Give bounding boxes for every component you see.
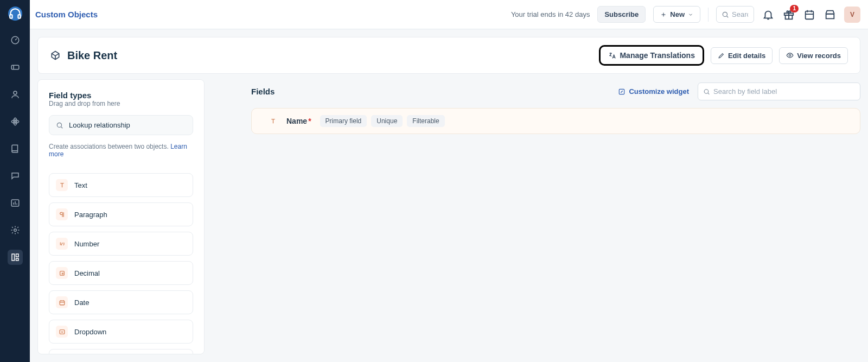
svg-point-13 <box>723 12 727 16</box>
notifications-icon[interactable] <box>762 8 775 21</box>
field-type-label: Number <box>74 240 99 248</box>
edit-details-button[interactable]: Edit details <box>711 47 773 64</box>
eye-icon <box>786 52 794 59</box>
gear-icon <box>10 225 20 235</box>
manage-translations-label: Manage Translations <box>620 51 694 60</box>
nav-dashboard[interactable] <box>8 33 23 48</box>
lookup-relationship-tile[interactable]: Lookup relationship <box>49 115 193 135</box>
svg-point-5 <box>14 121 16 123</box>
side-rail <box>0 0 30 362</box>
svg-rect-16 <box>806 11 814 19</box>
svg-rect-21 <box>60 329 65 334</box>
subscribe-button[interactable]: Subscribe <box>597 6 646 23</box>
nav-automation[interactable] <box>8 114 23 129</box>
primary-field-row[interactable]: Name* Primary fieldUniqueFilterable <box>251 108 860 134</box>
nav-contacts[interactable] <box>8 87 23 102</box>
search-icon <box>722 11 729 18</box>
svg-rect-3 <box>11 65 19 69</box>
main-column: Custom Objects Your trial ends in 42 day… <box>30 0 868 362</box>
field-tag: Filterable <box>407 115 444 127</box>
svg-rect-10 <box>12 254 15 261</box>
nav-reports[interactable] <box>8 195 23 211</box>
field-tag: Unique <box>371 115 403 127</box>
nav-knowledge[interactable] <box>8 141 23 156</box>
headphones-icon <box>8 7 22 21</box>
object-icon <box>50 50 61 61</box>
calendar-icon <box>803 9 815 21</box>
new-button-label: New <box>670 10 685 18</box>
manage-translations-button[interactable]: Manage Translations <box>599 45 704 66</box>
field-search-input[interactable] <box>698 82 860 100</box>
field-search[interactable] <box>698 82 860 100</box>
svg-point-18 <box>57 123 61 127</box>
page-title: Bike Rent <box>67 49 117 62</box>
gift-icon-button[interactable]: 1 <box>782 8 795 21</box>
new-button[interactable]: New <box>653 6 700 23</box>
ticket-icon <box>10 62 20 72</box>
field-types-heading: Field types <box>49 91 193 100</box>
customize-widget-label: Customize widget <box>629 87 689 96</box>
field-type-label: Dropdown <box>74 328 106 336</box>
customize-widget-link[interactable]: Customize widget <box>618 87 689 96</box>
field-types-panel: Field types Drag and drop from here Look… <box>37 79 205 354</box>
layout-icon <box>10 252 20 262</box>
svg-rect-11 <box>16 254 18 257</box>
view-records-label: View records <box>797 52 841 60</box>
field-type-list: TextParagraphNumberDecimalDateDropdownCh… <box>49 173 193 354</box>
page: Bike Rent Manage Translations Edit detai… <box>30 29 868 362</box>
page-header: Bike Rent Manage Translations Edit detai… <box>37 37 860 74</box>
nav-custom-objects[interactable] <box>8 250 23 265</box>
svg-point-17 <box>789 54 792 56</box>
chat-icon <box>10 171 20 181</box>
user-icon <box>10 90 20 99</box>
field-tag: Primary field <box>320 115 367 127</box>
field-type-paragraph[interactable]: Paragraph <box>49 202 193 226</box>
field-type-number[interactable]: Number <box>49 232 193 256</box>
bell-icon <box>762 9 774 21</box>
nav-tickets[interactable] <box>8 60 23 75</box>
store-icon <box>824 9 836 21</box>
nav-chat[interactable] <box>8 168 23 183</box>
search-icon <box>703 88 710 95</box>
topbar: Custom Objects Your trial ends in 42 day… <box>30 0 868 29</box>
trial-message: Your trial ends in 42 days <box>511 10 590 18</box>
breadcrumb[interactable]: Custom Objects <box>35 10 98 19</box>
svg-rect-0 <box>10 15 12 18</box>
calendar-icon-button[interactable] <box>803 8 816 21</box>
fields-heading: Fields <box>251 87 275 96</box>
text-icon <box>268 116 278 126</box>
svg-point-4 <box>14 91 17 94</box>
field-type-label: Decimal <box>74 269 100 277</box>
primary-field-name: Name <box>286 117 307 125</box>
global-search[interactable] <box>716 6 754 23</box>
decimal-icon <box>56 267 68 279</box>
avatar[interactable]: V <box>844 7 860 23</box>
primary-field-tags: Primary fieldUniqueFilterable <box>320 115 445 127</box>
required-star: * <box>308 117 311 125</box>
field-type-label: Paragraph <box>74 211 107 219</box>
text-icon <box>56 179 68 191</box>
marketplace-icon-button[interactable] <box>824 8 837 21</box>
lookup-label: Lookup relationship <box>69 121 130 129</box>
lookup-hint: Create associations between two objects.… <box>49 143 193 158</box>
plus-icon <box>660 11 667 18</box>
atom-icon <box>10 117 20 126</box>
field-type-decimal[interactable]: Decimal <box>49 261 193 285</box>
field-type-date[interactable]: Date <box>49 290 193 314</box>
view-records-button[interactable]: View records <box>779 47 848 64</box>
svg-point-26 <box>704 89 709 93</box>
fields-area: Fields Customize widget <box>251 79 860 354</box>
app-logo[interactable] <box>8 7 22 21</box>
gift-badge: 1 <box>790 5 799 12</box>
nav-settings[interactable] <box>8 223 23 238</box>
chevron-down-icon <box>688 12 693 17</box>
field-type-dropdown[interactable]: Dropdown <box>49 320 193 344</box>
field-type-text[interactable]: Text <box>49 173 193 197</box>
edit-box-icon <box>618 88 626 96</box>
field-type-checkbox[interactable]: Checkbox <box>49 349 193 354</box>
number-icon <box>56 238 68 250</box>
search-icon <box>56 122 63 129</box>
svg-rect-20 <box>60 301 65 305</box>
pencil-icon <box>718 52 725 59</box>
divider <box>708 8 709 22</box>
